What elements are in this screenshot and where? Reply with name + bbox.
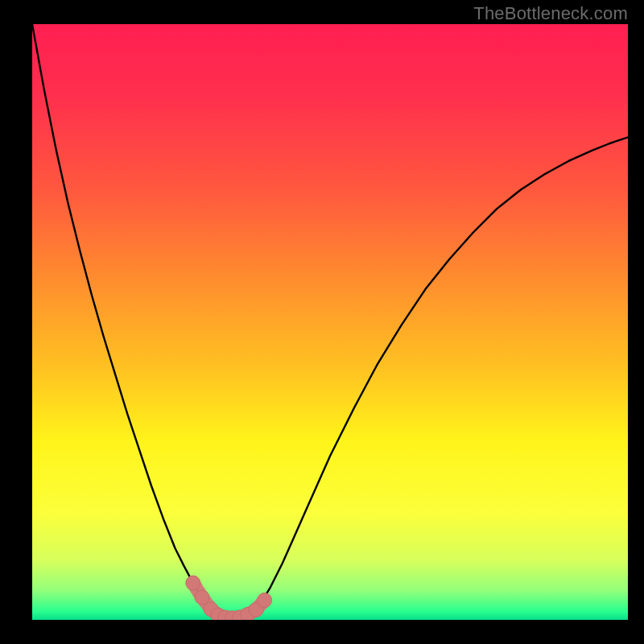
curve-marker xyxy=(186,576,200,590)
bottleneck-curve xyxy=(32,24,628,619)
curve-layer xyxy=(32,24,628,620)
chart-frame: TheBottleneck.com xyxy=(0,0,644,644)
curve-marker xyxy=(195,590,209,605)
curve-marker xyxy=(258,593,272,608)
watermark-text: TheBottleneck.com xyxy=(473,3,628,24)
curve-markers xyxy=(186,576,272,620)
plot-area xyxy=(32,24,628,620)
